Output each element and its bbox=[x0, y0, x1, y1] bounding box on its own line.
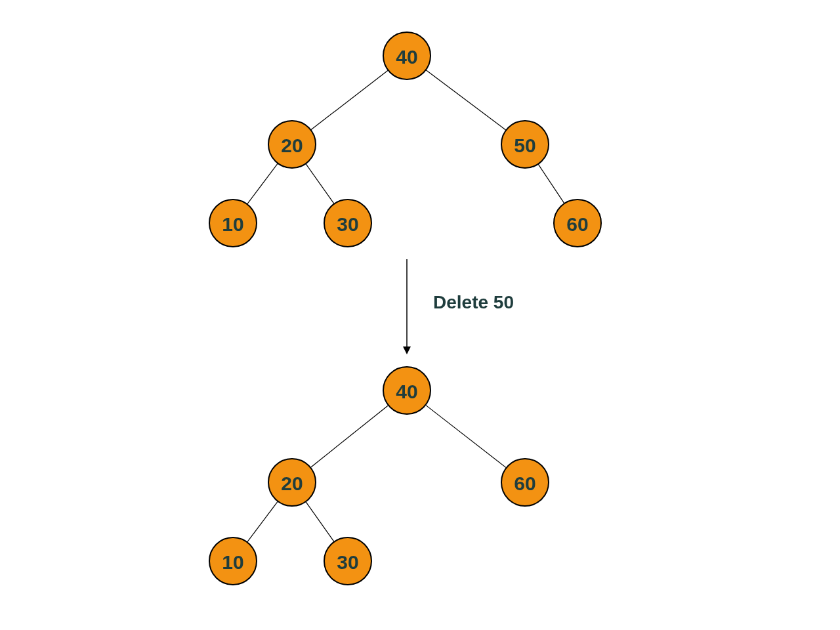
before-edge-0 bbox=[311, 70, 388, 130]
before-edge-4 bbox=[538, 164, 564, 203]
after-node-label-60: 60 bbox=[514, 472, 536, 494]
transition-arrow-head bbox=[403, 346, 411, 354]
diagram-canvas: 4020501030604020601030Delete 50 bbox=[0, 0, 840, 630]
before-node-label-40: 40 bbox=[396, 46, 417, 68]
after-node-10: 10 bbox=[209, 537, 257, 585]
after-edge-0 bbox=[310, 405, 388, 467]
before-node-20: 20 bbox=[268, 121, 316, 168]
before-node-40: 40 bbox=[383, 32, 430, 79]
before-node-label-20: 20 bbox=[281, 135, 303, 156]
after-node-30: 30 bbox=[324, 537, 371, 585]
after-node-40: 40 bbox=[383, 367, 430, 414]
after-node-label-10: 10 bbox=[222, 551, 243, 573]
after-edge-1 bbox=[425, 405, 506, 468]
before-node-60: 60 bbox=[554, 200, 601, 247]
caption-text: Delete 50 bbox=[433, 292, 514, 312]
after-edge-2 bbox=[247, 501, 278, 542]
after-edge-3 bbox=[306, 501, 334, 541]
after-node-label-30: 30 bbox=[337, 551, 358, 573]
before-node-10: 10 bbox=[209, 200, 257, 247]
before-node-label-30: 30 bbox=[337, 213, 358, 235]
before-node-50: 50 bbox=[501, 121, 549, 168]
after-node-60: 60 bbox=[501, 459, 549, 506]
before-edge-1 bbox=[426, 70, 506, 131]
after-node-label-20: 20 bbox=[281, 472, 303, 494]
before-node-30: 30 bbox=[324, 200, 371, 247]
before-node-label-10: 10 bbox=[222, 213, 243, 235]
before-edge-3 bbox=[306, 163, 334, 203]
before-node-label-50: 50 bbox=[514, 135, 536, 156]
after-node-20: 20 bbox=[268, 459, 316, 506]
before-node-label-60: 60 bbox=[566, 213, 588, 235]
before-edge-2 bbox=[247, 163, 278, 204]
after-node-label-40: 40 bbox=[396, 381, 417, 402]
